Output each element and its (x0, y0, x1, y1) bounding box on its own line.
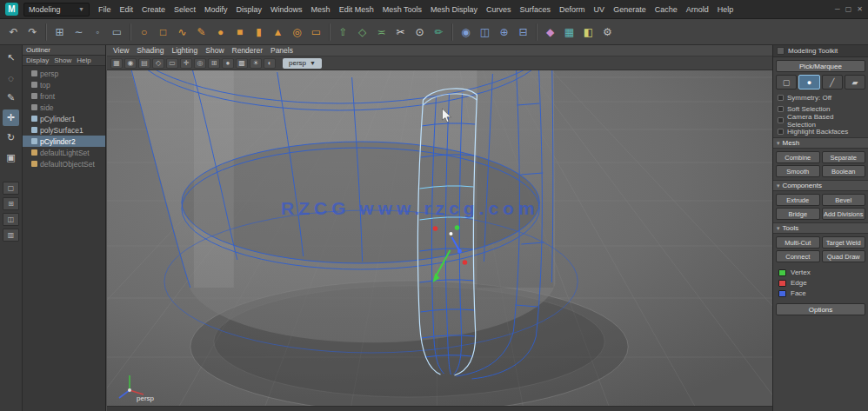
outliner-item[interactable]: polySurface1 (23, 124, 105, 136)
poly-cube-icon[interactable]: ■ (230, 23, 249, 41)
layout-outliner-persp[interactable]: ▥ (3, 229, 19, 242)
viewport-menu-item[interactable]: Lighting (171, 46, 197, 55)
mesh-tool-button[interactable]: Boolean (822, 165, 866, 177)
menu-item[interactable]: Mesh Display (427, 3, 481, 16)
edge-mode-button[interactable]: ╱ (822, 75, 843, 89)
pencil-curve-icon[interactable]: ✎ (192, 23, 210, 41)
poly-cone-icon[interactable]: ▲ (269, 23, 287, 41)
menu-item[interactable]: File (95, 3, 115, 16)
smooth-icon[interactable]: ◉ (457, 23, 475, 41)
scene-canvas[interactable] (107, 70, 772, 411)
face-mode-button[interactable]: ▰ (845, 75, 865, 89)
redo-icon[interactable]: ↷ (23, 23, 42, 41)
image-plane-icon[interactable]: ▭ (166, 58, 178, 69)
outliner-item[interactable]: defaultLightSet (23, 147, 105, 158)
camera-selector[interactable]: persp ▼ (283, 58, 322, 69)
menu-item[interactable]: Edit Mesh (336, 3, 377, 16)
mirror-icon[interactable]: ◫ (476, 23, 494, 41)
outliner-item[interactable]: top (23, 79, 105, 90)
outliner-item[interactable]: front (23, 90, 105, 102)
menu-item[interactable]: Generate (610, 3, 650, 16)
oversampling-icon[interactable]: ◎ (194, 58, 206, 69)
toolkit-tool-button[interactable]: Quad Draw (822, 250, 866, 262)
xray-mode-icon[interactable]: ◐ (264, 58, 276, 69)
section-header-components[interactable]: ▾ Components (773, 180, 868, 191)
menu-item[interactable]: UV (591, 3, 609, 16)
multi-cut-icon[interactable]: ✂ (391, 23, 410, 41)
outliner-item[interactable]: side (23, 102, 105, 113)
close-icon[interactable]: ✕ (857, 5, 863, 13)
paint-select-tool[interactable]: ✎ (3, 89, 19, 106)
outliner-item[interactable]: persp (23, 68, 105, 79)
poly-sphere-icon[interactable]: ● (211, 23, 230, 41)
render-icon[interactable]: ◧ (579, 23, 598, 41)
target-weld-icon[interactable]: ⊙ (411, 23, 429, 41)
menu-item[interactable]: Surfaces (517, 3, 555, 16)
menu-item[interactable]: Display (233, 3, 266, 16)
mesh-tool-button[interactable]: Separate (822, 151, 866, 163)
toolkit-option-row[interactable]: Camera Based Selection (773, 115, 868, 126)
toolkit-tab-icon[interactable] (777, 47, 785, 55)
nurbs-square-icon[interactable]: □ (154, 23, 172, 41)
menu-item[interactable]: Select (170, 3, 199, 16)
menu-item[interactable]: Edit (117, 3, 137, 16)
menu-item[interactable]: Modify (201, 3, 231, 16)
poly-cylinder-icon[interactable]: ▮ (250, 23, 268, 41)
undo-icon[interactable]: ↶ (4, 23, 23, 41)
bevel-icon[interactable]: ◇ (353, 23, 371, 41)
snap-grid-icon[interactable]: ⊞ (50, 23, 69, 41)
object-mode-button[interactable]: ▢ (776, 75, 797, 89)
separate-icon[interactable]: ⊟ (514, 23, 532, 41)
lasso-tool[interactable]: ◌ (3, 70, 19, 86)
viewport-menu-item[interactable]: Shading (137, 46, 164, 55)
outliner-item[interactable]: defaultObjectSet (23, 158, 105, 169)
maximize-icon[interactable]: ▢ (845, 5, 852, 13)
move-tool[interactable]: ✛ (3, 109, 19, 126)
uv-editor-icon[interactable]: ▦ (560, 23, 578, 41)
bookmark-icon[interactable]: ◇ (152, 58, 164, 69)
viewport-menu-item[interactable]: View (113, 46, 129, 55)
menu-item[interactable]: Cache (651, 3, 681, 16)
menu-item[interactable]: Help (714, 3, 738, 16)
2d-pan-zoom-icon[interactable]: ✛ (180, 58, 192, 69)
section-header-tools[interactable]: ▾ Tools (773, 222, 868, 234)
sculpt-icon[interactable]: ◆ (541, 23, 559, 41)
poly-plane-icon[interactable]: ▭ (307, 23, 325, 41)
layout-single-pane[interactable]: ▢ (3, 182, 19, 195)
toolkit-tool-button[interactable]: Multi-Cut (776, 236, 820, 249)
outliner-menu-item[interactable]: Show (54, 56, 71, 64)
mesh-tool-button[interactable]: Combine (776, 151, 820, 163)
toolkit-tool-button[interactable]: Target Weld (822, 236, 866, 249)
vertex-mode-button[interactable]: ● (798, 75, 819, 89)
layout-four-pane[interactable]: ⊞ (3, 197, 19, 210)
minimize-icon[interactable]: ─ (835, 5, 840, 13)
component-tool-button[interactable]: Add Divisions (822, 208, 866, 220)
section-header-mesh[interactable]: ▾ Mesh (773, 137, 868, 149)
rotate-tool[interactable]: ↻ (3, 129, 19, 146)
render-settings-icon[interactable]: ⚙ (598, 23, 617, 41)
nurbs-circle-icon[interactable]: ○ (135, 23, 153, 41)
outliner-menu-item[interactable]: Display (26, 56, 49, 64)
toolkit-tab-label[interactable]: Modeling Toolkit (788, 47, 838, 55)
options-button[interactable]: Options (776, 303, 865, 315)
outliner-item[interactable]: pCylinder2 (23, 136, 105, 147)
menu-item[interactable]: Curves (483, 3, 515, 16)
pick-marquee-button[interactable]: Pick/Marquee (776, 60, 865, 72)
toolkit-option-row[interactable]: Symmetry: Off (773, 92, 868, 103)
mesh-tool-button[interactable]: Smooth (776, 165, 820, 177)
menu-item[interactable]: Arnold (683, 3, 712, 16)
camera-attributes-icon[interactable]: ▤ (138, 58, 150, 69)
layout-two-pane[interactable]: ◫ (3, 213, 19, 226)
scale-tool[interactable]: ▣ (3, 149, 19, 166)
poly-torus-icon[interactable]: ◎ (288, 23, 306, 41)
lighting-toggle-icon[interactable]: ☀ (250, 58, 262, 69)
menu-set-dropdown[interactable]: Modeling ▼ (23, 3, 90, 17)
menu-item[interactable]: Create (138, 3, 169, 16)
toolkit-tool-button[interactable]: Connect (776, 250, 820, 262)
lock-camera-icon[interactable]: ◉ (124, 58, 137, 69)
select-camera-icon[interactable]: ▦ (110, 58, 123, 69)
textured-mode-icon[interactable]: ▩ (236, 58, 248, 69)
checkbox[interactable] (778, 129, 784, 135)
outliner-item[interactable]: pCylinder1 (23, 113, 105, 124)
viewport-menu-item[interactable]: Show (205, 46, 224, 55)
